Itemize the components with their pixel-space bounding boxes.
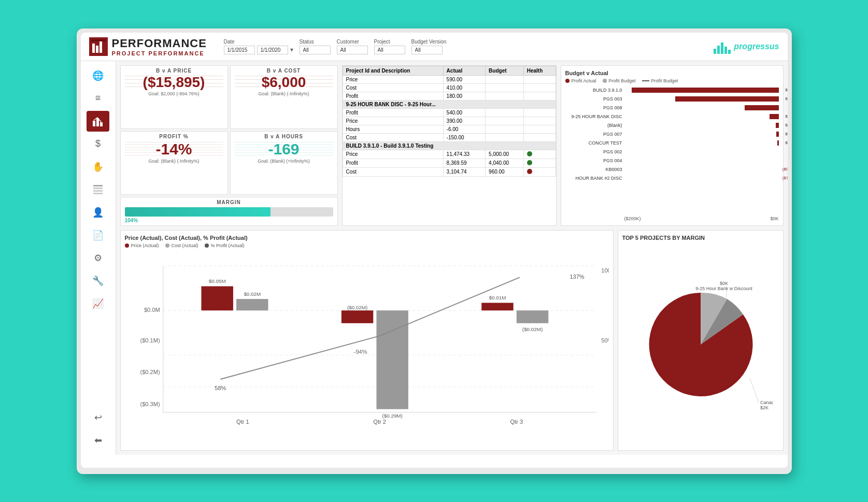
bva-price-value: ($15,895)	[143, 75, 205, 91]
budget-bar-value: $0.14K	[785, 132, 787, 136]
cell-label: Hours	[343, 125, 443, 133]
budget-bar-track: $0.07K	[624, 139, 779, 147]
sidebar-item-person[interactable]: 👤	[87, 202, 109, 223]
outer-container: PERFORMANCE PROJECT PERFORMANCE Date ▾ S…	[77, 28, 792, 474]
cell-label: Cost	[343, 83, 443, 92]
budget-bar-row: 9-25 HOUR BANK DISC$0.54K	[565, 113, 779, 120]
budget-bar-label: 9-25 HOUR BANK DISC	[565, 114, 622, 119]
budget-bar-row: (Blank)$0.18K	[565, 122, 779, 129]
dashboard: B v A PRICE ($15,895) Goal: $2,000 (-894…	[116, 61, 788, 455]
customer-select[interactable]: All	[337, 46, 368, 54]
svg-rect-2	[99, 41, 102, 53]
budget-bar-value: ($7.37K)	[782, 176, 788, 180]
health-dot	[527, 169, 532, 174]
bva-cost-goal: Goal: (Blank) (-Infinity%)	[258, 91, 309, 96]
profit-pct-value: -14%	[155, 140, 192, 157]
svg-text:58%: 58%	[215, 384, 226, 391]
cell-health	[523, 125, 556, 133]
pie-section: TOP 5 PROJECTS BY MARGIN	[618, 230, 784, 451]
sidebar-item-robot[interactable]: 🔧	[87, 270, 109, 291]
budget-bar-track	[624, 157, 779, 164]
logo-title: PERFORMANCE	[112, 37, 216, 50]
combo-dot-profit	[205, 243, 209, 248]
sidebar-item-hand[interactable]: ✋	[87, 156, 109, 177]
legend-label-budget: Profit Budget	[609, 78, 636, 83]
project-row: All	[374, 46, 405, 54]
col-budget: Budget	[486, 66, 524, 75]
qtr2-cost-bar	[376, 310, 408, 409]
table-row: Profit8,369.594,040.00	[343, 159, 556, 167]
bar1	[714, 49, 716, 54]
date-from-input[interactable]	[224, 46, 255, 54]
filter-project-group: Project All	[374, 39, 405, 54]
pie-label-1b: $0K	[719, 281, 728, 286]
kpi-bottom: PROFIT % -14% Goal: (Blank) (-Infinity%)…	[120, 131, 338, 195]
sidebar-item-list[interactable]: ≡	[87, 88, 109, 109]
combo-chart-section: Price (Actual), Cost (Actual), % Profit …	[120, 230, 614, 451]
sidebar-item-trending[interactable]: 📈	[87, 293, 109, 314]
svg-text:($0.02M): ($0.02M)	[522, 326, 542, 332]
sidebar-item-gear[interactable]: ⚙	[87, 248, 109, 268]
filter-budget-group: Budget Version All	[411, 39, 447, 54]
sidebar-item-back[interactable]: ⬅	[87, 430, 109, 451]
svg-text:137%: 137%	[570, 273, 584, 279]
cell-health	[523, 92, 556, 100]
budget-bar-row: KB0003($0.11K)	[565, 166, 779, 173]
budget-bar-fill	[776, 123, 779, 128]
budget-legend: Profit Actual Profit Budget Profit Budge…	[565, 78, 779, 83]
cell-budget	[486, 92, 524, 100]
table-row: Price11,474.335,000.00	[343, 150, 556, 159]
customer-label: Customer	[337, 39, 368, 45]
cell-budget: 5,000.00	[486, 150, 524, 159]
sidebar: 🌐 ≡ $ ✋ 👤 📄 ⚙ 🔧 📈 ↩ ⬅	[81, 61, 116, 455]
project-select[interactable]: All	[374, 46, 405, 54]
status-label: Status	[300, 39, 331, 45]
svg-text:Qtr 3: Qtr 3	[510, 419, 523, 425]
budget-section: Budget v Actual Profit Actual Profit Bud…	[561, 65, 784, 226]
app-window: PERFORMANCE PROJECT PERFORMANCE Date ▾ S…	[81, 33, 788, 468]
sidebar-item-coin[interactable]: $	[87, 134, 109, 154]
budget-bar-value: $0.54K	[785, 114, 787, 119]
top-row: B v A PRICE ($15,895) Goal: $2,000 (-894…	[120, 65, 784, 226]
combo-label-price: Price (Actual)	[131, 243, 159, 248]
sidebar-item-undo[interactable]: ↩	[87, 407, 109, 428]
combo-label-cost: Cost (Actual)	[172, 243, 198, 248]
x-axis-max: $0K	[770, 216, 778, 221]
budget-bar-track: $8.37K	[624, 87, 779, 94]
budget-select[interactable]: All	[411, 46, 443, 54]
budget-bar-fill	[777, 140, 778, 146]
svg-text:($0.2M): ($0.2M)	[140, 369, 160, 375]
cell-budget	[486, 125, 524, 133]
svg-rect-10	[93, 193, 103, 194]
budget-bar-row: BUILD 3.9.1.0$8.37K	[565, 87, 779, 94]
budget-bar-label: PGS 008	[565, 105, 622, 110]
sidebar-item-globe[interactable]: 🌐	[87, 65, 109, 86]
customer-row: All	[337, 46, 368, 54]
svg-line-36	[750, 378, 759, 403]
cell-label: Price	[343, 150, 443, 159]
combo-label-profit: % Profit (Actual)	[211, 243, 245, 248]
status-select[interactable]: All	[300, 46, 331, 54]
sidebar-item-doc[interactable]: 📄	[87, 225, 109, 246]
sidebar-item-chart[interactable]	[87, 111, 109, 132]
svg-text:100%: 100%	[601, 267, 609, 273]
table-row: Cost410.00	[343, 83, 556, 92]
budget-bar-value: $5.96K	[785, 96, 787, 101]
combo-legend-cost: Cost (Actual)	[165, 243, 198, 248]
project-table: Project Id and Description Actual Budget…	[343, 66, 556, 177]
col-actual: Actual	[443, 66, 486, 75]
combo-chart-title: Price (Actual), Cost (Actual), % Profit …	[125, 235, 609, 241]
bva-price-title: B v A PRICE	[156, 68, 192, 74]
svg-rect-9	[93, 190, 103, 192]
cell-budget	[486, 117, 524, 125]
legend-profit-budget: Profit Budget	[603, 78, 636, 83]
filter-customer-group: Customer All	[337, 39, 368, 54]
sidebar-item-table[interactable]	[87, 179, 109, 200]
legend-dot-budget	[603, 79, 607, 83]
svg-rect-0	[92, 44, 95, 53]
date-to-input[interactable]	[257, 46, 288, 54]
budget-bar-fill	[632, 88, 778, 93]
budget-bar-fill	[770, 114, 779, 119]
date-dropdown-icon[interactable]: ▾	[290, 46, 293, 53]
cell-label: Profit	[343, 108, 443, 117]
